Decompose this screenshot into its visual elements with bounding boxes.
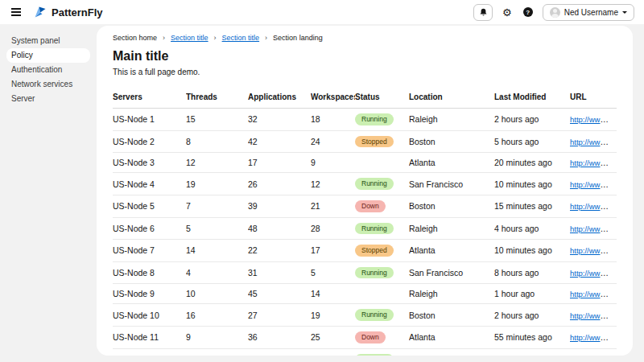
cell-servers: US-Node 9 — [113, 284, 186, 304]
url-link[interactable]: http://www.redhat... — [570, 355, 617, 356]
table-row: US-Node 284224StoppedBoston5 hours agoht… — [113, 130, 617, 153]
cell-servers: US-Node 4 — [113, 173, 186, 195]
servers-table: ServersThreadsApplicationsWorkspacesStat… — [113, 86, 617, 356]
cell-workspaces: 14 — [311, 284, 355, 304]
url-link[interactable]: http://www.redhat... — [570, 332, 617, 342]
cell-last-modified: 10 minutes ago — [494, 240, 570, 262]
cell-workspaces: 17 — [311, 240, 355, 262]
cell-threads: 9 — [186, 327, 248, 349]
cell-last-modified: 55 minutes ago — [494, 327, 570, 349]
cell-location: San Francisco — [409, 261, 494, 284]
url-link[interactable]: http://www.redhat... — [570, 201, 617, 211]
cell-workspaces: 19 — [311, 304, 355, 327]
column-header-workspaces: Workspaces — [311, 86, 355, 109]
table-row: US-Node 10162719RunningBoston2 hours ago… — [113, 304, 617, 327]
notifications-button[interactable] — [473, 4, 493, 21]
cell-last-modified: 1 hour ago — [494, 284, 570, 304]
cell-location: Atlanta — [409, 327, 494, 349]
cell-url: http://www.redhat... — [570, 173, 617, 195]
cell-servers: US-Node 6 — [113, 217, 186, 240]
cell-url: http://www.redhat... — [570, 261, 617, 284]
status-badge-running: Running — [355, 309, 394, 321]
page-title: Main title — [113, 49, 617, 64]
cell-servers: US-Node 2 — [113, 130, 186, 153]
cell-status — [355, 284, 409, 304]
cell-workspaces: 24 — [311, 130, 355, 153]
cell-servers: US-Node 1 — [113, 109, 186, 131]
url-link[interactable]: http://www.redhat... — [570, 224, 617, 233]
global-nav-toggle-button[interactable] — [10, 5, 23, 19]
url-link[interactable]: http://www.redhat... — [570, 245, 617, 255]
status-badge-down: Down — [355, 331, 386, 343]
cell-url: http://www.redhat... — [570, 153, 617, 173]
cell-status: Running — [355, 173, 409, 195]
cell-location: Boston — [409, 130, 494, 153]
cell-applications: 48 — [248, 217, 311, 240]
cell-status: Running — [355, 109, 409, 131]
help-button[interactable]: ? — [522, 6, 535, 19]
sidebar-item-system-panel[interactable]: System panel — [6, 34, 90, 48]
cell-url: http://www.redhat... — [570, 240, 617, 262]
breadcrumb-link[interactable]: Section title — [222, 34, 260, 42]
patternfly-logo-icon — [34, 6, 47, 19]
sidebar-item-policy[interactable]: Policy — [6, 48, 90, 63]
question-circle-icon: ? — [523, 7, 533, 17]
table-header: ServersThreadsApplicationsWorkspacesStat… — [113, 86, 617, 109]
url-link[interactable]: http://www.redhat... — [570, 311, 617, 320]
chevron-right-icon: › — [163, 35, 165, 42]
cell-status: Down — [355, 195, 409, 217]
cell-threads: 4 — [186, 261, 248, 284]
masthead-left: PatternFly — [10, 5, 103, 19]
cell-workspaces: 12 — [311, 173, 355, 195]
cell-last-modified: 8 hours ago — [494, 261, 570, 284]
table-row: US-Node 312179Atlanta20 minutes agohttp:… — [113, 153, 617, 173]
cell-location: Raleigh — [409, 217, 494, 240]
sidebar-item-network-services[interactable]: Network services — [6, 77, 90, 92]
cell-status: Running — [355, 348, 409, 356]
url-link[interactable]: http://www.redhat... — [570, 137, 617, 146]
status-badge-running: Running — [355, 178, 394, 190]
cell-last-modified: 2 hours ago — [494, 304, 570, 327]
column-header-last-modified: Last Modified — [494, 86, 570, 109]
settings-button[interactable]: ⚙ — [501, 6, 514, 19]
cell-threads: 16 — [186, 304, 248, 327]
table-body: US-Node 1153218RunningRaleigh2 hours ago… — [113, 109, 617, 356]
avatar-person-icon — [550, 7, 560, 18]
cell-workspaces: 5 — [311, 261, 355, 284]
cell-last-modified: 2 hours ago — [494, 109, 570, 131]
cell-workspaces: 25 — [311, 327, 355, 349]
cell-last-modified: 20 minutes ago — [494, 153, 570, 173]
url-link[interactable]: http://www.redhat... — [570, 158, 617, 167]
user-menu-button[interactable]: Ned Username — [543, 4, 634, 21]
cell-applications: 22 — [248, 240, 311, 262]
cell-servers: US-Node 11 — [113, 327, 186, 349]
table-row: US-Node 7142217StoppedAtlanta10 minutes … — [113, 240, 617, 262]
table-row: US-Node 1193625DownAtlanta55 minutes ago… — [113, 327, 617, 349]
brand-name: PatternFly — [52, 6, 103, 19]
sidebar-item-authentication[interactable]: Authentication — [6, 63, 90, 77]
status-badge-running: Running — [355, 354, 394, 356]
cell-applications: 17 — [248, 153, 311, 173]
cell-threads: 14 — [186, 240, 248, 262]
brand[interactable]: PatternFly — [34, 6, 103, 19]
cell-workspaces: 21 — [311, 195, 355, 217]
cell-location: San Francisco — [409, 173, 494, 195]
cell-threads: 12 — [186, 153, 248, 173]
cell-location: San Francisco — [409, 348, 494, 356]
cell-status — [355, 153, 409, 173]
cell-location: Atlanta — [409, 153, 494, 173]
table-row: US-Node 84315RunningSan Francisco8 hours… — [113, 261, 617, 284]
status-badge-running: Running — [355, 223, 394, 235]
breadcrumb-link[interactable]: Section title — [171, 34, 208, 42]
table-row: US-Node 654828RunningRaleigh4 hours agoh… — [113, 217, 617, 240]
cell-url: http://www.redhat... — [570, 217, 617, 240]
url-link[interactable]: http://www.redhat... — [570, 114, 617, 124]
url-link[interactable]: http://www.redhat... — [570, 268, 617, 278]
cell-url: http://www.redhat... — [570, 195, 617, 217]
status-badge-stopped: Stopped — [355, 245, 394, 257]
url-link[interactable]: http://www.redhat... — [570, 179, 617, 189]
url-link[interactable]: http://www.redhat... — [570, 289, 617, 298]
main-content-card: Section home›Section title›Section title… — [97, 26, 633, 356]
cell-threads: 8 — [186, 130, 248, 153]
sidebar-item-server[interactable]: Server — [6, 92, 90, 106]
